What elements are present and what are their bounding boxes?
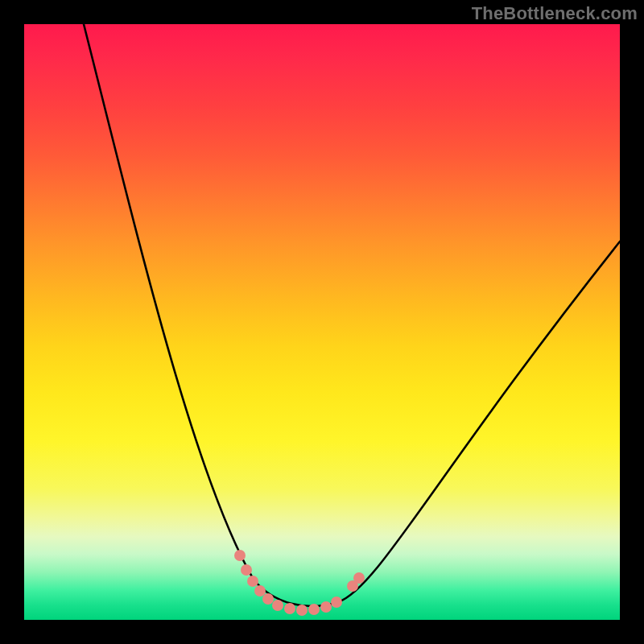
valley-dot — [272, 600, 283, 611]
valley-dot — [331, 597, 342, 608]
valley-dot — [320, 601, 332, 613]
chart-frame: TheBottleneck.com — [0, 0, 644, 644]
valley-dot — [353, 572, 365, 584]
valley-dot — [234, 550, 246, 561]
valley-dot — [296, 605, 308, 616]
valley-dots — [234, 550, 365, 616]
valley-dot — [247, 576, 258, 587]
valley-dot — [254, 585, 266, 597]
bottleneck-curve-svg — [24, 24, 620, 620]
valley-dot — [262, 593, 274, 605]
watermark-text: TheBottleneck.com — [472, 3, 638, 24]
valley-dot — [284, 603, 295, 614]
plot-area — [24, 24, 620, 620]
bottleneck-curve — [84, 24, 620, 606]
valley-dot — [241, 564, 252, 576]
valley-dot — [308, 604, 320, 615]
